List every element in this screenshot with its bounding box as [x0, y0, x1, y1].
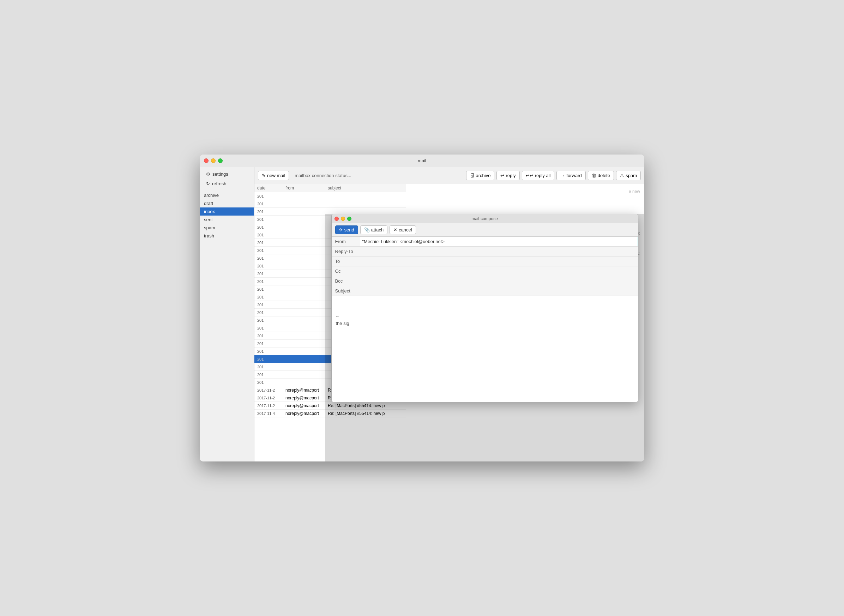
refresh-button[interactable]: ↻ refresh	[202, 179, 252, 188]
archive-button[interactable]: 🗄 archive	[466, 171, 495, 180]
traffic-lights	[204, 158, 223, 163]
archive-label: archive	[204, 193, 219, 198]
header-date: date	[257, 186, 285, 191]
content-area: ✎ new mail mailbox connection status... …	[254, 167, 644, 462]
replyto-input[interactable]	[360, 247, 638, 256]
gear-icon: ⚙	[206, 172, 210, 177]
email-row[interactable]: 201	[254, 192, 406, 200]
title-bar: mail	[200, 154, 644, 167]
sidebar-item-sent[interactable]: sent	[200, 216, 254, 224]
compose-body[interactable]: -- the sig	[332, 296, 638, 402]
mailbox-status: mailbox connection status...	[291, 171, 355, 180]
compose-icon: ✎	[262, 173, 266, 178]
cancel-label: cancel	[399, 227, 412, 233]
cc-field-row: Cc	[332, 266, 638, 276]
forward-icon: →	[560, 173, 565, 178]
settings-button[interactable]: ⚙ settings	[202, 170, 252, 179]
cc-label: Cc	[332, 266, 360, 276]
cancel-button[interactable]: ✕ cancel	[389, 226, 416, 234]
from-field-row: From	[332, 237, 638, 246]
main-area: ⚙ settings ↻ refresh archive draft inbox…	[200, 167, 644, 462]
attach-button[interactable]: 📎 attach	[360, 226, 388, 234]
delete-icon: 🗑	[592, 173, 596, 178]
sidebar-item-inbox[interactable]: inbox	[200, 207, 254, 216]
archive-icon: 🗄	[470, 173, 474, 178]
reply-all-icon: ↩↩	[526, 173, 533, 178]
subject-label: Subject	[332, 286, 360, 296]
reply-button[interactable]: ↩ reply	[496, 171, 520, 180]
compose-signature: -- the sig	[336, 312, 634, 327]
subject-field-row: Subject	[332, 286, 638, 296]
replyto-field-row: Reply-To	[332, 246, 638, 257]
toolbar: ✎ new mail mailbox connection status... …	[254, 167, 644, 184]
refresh-icon: ↻	[206, 181, 210, 186]
sig-separator: --	[336, 312, 634, 320]
reply-all-button[interactable]: ↩↩ reply all	[522, 171, 555, 180]
minimize-button[interactable]	[211, 158, 216, 163]
compose-minimize-button[interactable]	[341, 217, 345, 221]
inbox-label: inbox	[204, 209, 215, 214]
reply-all-label: reply all	[535, 173, 551, 178]
compose-fields: From Reply-To To	[332, 237, 638, 296]
cancel-icon: ✕	[393, 227, 397, 233]
sidebar-nav: archive draft inbox sent spam trash	[200, 191, 254, 240]
sidebar: ⚙ settings ↻ refresh archive draft inbox…	[200, 167, 254, 462]
compose-fullscreen-button[interactable]	[347, 217, 351, 221]
send-label: send	[344, 227, 354, 233]
spam-button[interactable]: ⚠ spam	[616, 171, 641, 180]
trash-label: trash	[204, 233, 214, 239]
new-mail-button[interactable]: ✎ new mail	[258, 171, 289, 180]
draft-label: draft	[204, 201, 213, 206]
sidebar-item-trash[interactable]: trash	[200, 232, 254, 240]
bcc-input[interactable]	[360, 277, 638, 285]
bcc-field-row: Bcc	[332, 276, 638, 286]
attach-label: attach	[371, 227, 383, 233]
fullscreen-button[interactable]	[218, 158, 223, 163]
spam-label: spam	[204, 225, 215, 230]
sidebar-item-archive[interactable]: archive	[200, 191, 254, 199]
delete-button[interactable]: 🗑 delete	[588, 171, 614, 180]
main-window: mail ⚙ settings ↻ refresh archive draft	[200, 154, 644, 462]
send-icon: ✈	[339, 227, 343, 233]
sidebar-item-draft[interactable]: draft	[200, 199, 254, 207]
forward-button[interactable]: → forward	[556, 171, 586, 180]
to-label: To	[332, 257, 360, 266]
new-mail-label: new mail	[267, 173, 285, 178]
compose-overlay: mail-compose ✈ send 📎 attach	[325, 214, 644, 462]
send-button[interactable]: ✈ send	[335, 226, 358, 234]
attach-icon: 📎	[364, 227, 370, 233]
subject-input[interactable]	[360, 286, 638, 295]
to-field-row: To	[332, 257, 638, 266]
email-list-header: date from subject	[254, 184, 406, 192]
compose-traffic-lights	[335, 217, 351, 221]
preview-partial-1: e new	[410, 188, 640, 195]
close-button[interactable]	[204, 158, 208, 163]
refresh-label: refresh	[212, 181, 226, 186]
window-title: mail	[418, 158, 426, 163]
to-input[interactable]	[360, 257, 638, 265]
cc-input[interactable]	[360, 267, 638, 276]
delete-label: delete	[598, 173, 610, 178]
cursor	[336, 301, 336, 305]
sent-label: sent	[204, 217, 213, 222]
header-subject: subject	[328, 186, 403, 191]
email-row[interactable]: 201	[254, 200, 406, 208]
compose-titlebar: mail-compose	[332, 214, 638, 223]
compose-toolbar: ✈ send 📎 attach ✕ cancel	[332, 223, 638, 237]
from-input[interactable]	[360, 237, 638, 246]
settings-label: settings	[213, 172, 228, 177]
forward-label: forward	[566, 173, 581, 178]
top-bar: date from subject 201 201 201 201 201 20…	[254, 184, 644, 462]
compose-title: mail-compose	[471, 216, 498, 221]
compose-window: mail-compose ✈ send 📎 attach	[331, 214, 638, 402]
sig-text: the sig	[336, 320, 634, 327]
reply-icon: ↩	[501, 173, 504, 178]
spam-label: spam	[625, 173, 637, 178]
replyto-label: Reply-To	[332, 246, 360, 256]
archive-btn-label: archive	[476, 173, 491, 178]
sidebar-item-spam[interactable]: spam	[200, 224, 254, 232]
compose-close-button[interactable]	[335, 217, 339, 221]
reply-label: reply	[506, 173, 515, 178]
header-from: from	[285, 186, 328, 191]
spam-icon: ⚠	[620, 173, 624, 178]
